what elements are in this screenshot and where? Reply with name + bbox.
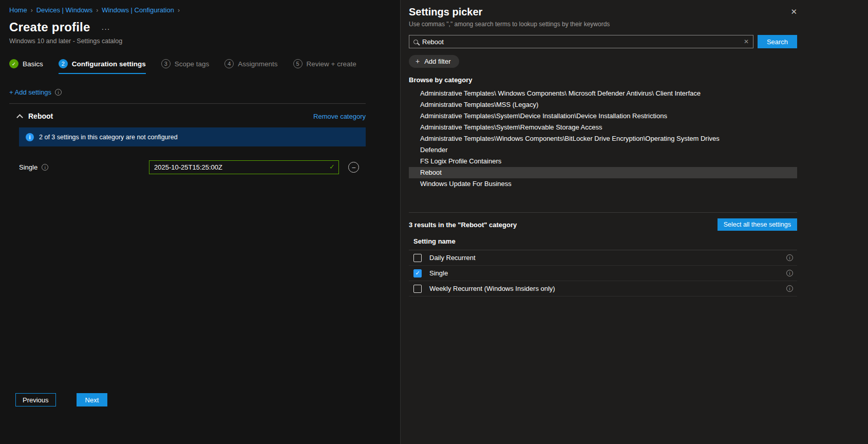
- wizard-steps: ✓ Basics 2 Configuration settings 3 Scop…: [9, 59, 366, 74]
- category-item[interactable]: Administrative Templates\Windows Compone…: [409, 133, 797, 144]
- info-icon: i: [55, 89, 62, 96]
- setting-name: Daily Recurrent: [429, 254, 476, 262]
- clear-search-icon[interactable]: ✕: [744, 38, 749, 45]
- info-icon: i: [26, 133, 34, 141]
- page-title: Create profile: [9, 20, 90, 34]
- setting-label: Single: [19, 163, 37, 171]
- browse-by-category-heading: Browse by category: [409, 76, 797, 84]
- breadcrumb-separator-icon: ›: [178, 7, 180, 14]
- step-number-badge: 3: [161, 59, 171, 68]
- tab-assignments[interactable]: 4 Assignments: [224, 59, 277, 74]
- step-number-badge: 4: [224, 59, 234, 68]
- setting-name-column-header: Setting name: [409, 237, 797, 250]
- step-label: Basics: [23, 60, 43, 68]
- chevron-up-icon[interactable]: [16, 114, 23, 121]
- info-icon: i: [42, 164, 48, 171]
- search-button[interactable]: Search: [758, 35, 797, 48]
- category-title: Reboot: [28, 112, 53, 120]
- setting-row-single: ✓ Single i: [409, 266, 797, 281]
- category-item[interactable]: FS Logix Profile Containers: [409, 156, 797, 167]
- close-icon[interactable]: ✕: [790, 7, 797, 16]
- breadcrumb-windows-configuration[interactable]: Windows | Configuration: [102, 6, 174, 14]
- valid-check-icon: ✓: [329, 163, 335, 171]
- info-banner-text: 2 of 3 settings in this category are not…: [39, 134, 178, 141]
- next-button[interactable]: Next: [77, 393, 108, 406]
- add-filter-label: Add filter: [424, 58, 450, 65]
- category-item[interactable]: Administrative Templates\MSS (Legacy): [409, 99, 797, 110]
- category-item[interactable]: Defender: [409, 144, 797, 156]
- setting-row-weekly-recurrent: Weekly Recurrent (Windows Insiders only)…: [409, 281, 797, 297]
- checkbox-unchecked[interactable]: [413, 285, 422, 293]
- category-item-selected[interactable]: Reboot: [409, 167, 797, 178]
- page-subtitle: Windows 10 and later - Settings catalog: [9, 38, 366, 45]
- step-complete-icon: ✓: [9, 59, 18, 68]
- picker-subtitle: Use commas "," among search terms to loo…: [409, 21, 797, 28]
- select-all-settings-button[interactable]: Select all these settings: [718, 218, 797, 231]
- previous-button[interactable]: Previous: [15, 393, 56, 406]
- add-settings-link[interactable]: + Add settings: [9, 88, 51, 96]
- step-number-badge: 5: [293, 59, 303, 68]
- category-item[interactable]: Administrative Templates\System\Removabl…: [409, 122, 797, 133]
- info-icon[interactable]: i: [786, 254, 793, 261]
- step-label: Assignments: [238, 60, 277, 68]
- breadcrumb-separator-icon: ›: [31, 7, 33, 14]
- step-label: Configuration settings: [72, 60, 146, 68]
- breadcrumb-devices-windows[interactable]: Devices | Windows: [36, 6, 93, 14]
- search-box: ✕: [409, 35, 753, 48]
- remove-setting-icon[interactable]: −: [348, 162, 359, 173]
- category-list: Administrative Templates\ Windows Compon…: [409, 88, 797, 190]
- tab-review-create[interactable]: 5 Review + create: [293, 59, 356, 74]
- single-reboot-datetime-input[interactable]: [149, 160, 339, 174]
- checkbox-checked[interactable]: ✓: [413, 269, 422, 278]
- remove-category-link[interactable]: Remove category: [313, 113, 366, 120]
- setting-row-daily-recurrent: Daily Recurrent i: [409, 250, 797, 266]
- tab-basics[interactable]: ✓ Basics: [9, 59, 43, 74]
- add-filter-button[interactable]: + Add filter: [409, 55, 459, 68]
- tab-configuration-settings[interactable]: 2 Configuration settings: [59, 59, 146, 74]
- breadcrumb-home[interactable]: Home: [9, 6, 27, 14]
- results-divider: [409, 212, 797, 213]
- setting-name: Weekly Recurrent (Windows Insiders only): [429, 285, 555, 292]
- setting-row: Single i ✓ −: [19, 160, 366, 174]
- create-profile-pane: Home › Devices | Windows › Windows | Con…: [0, 0, 400, 444]
- category-item[interactable]: Administrative Templates\ Windows Compon…: [409, 88, 797, 99]
- step-label: Scope tags: [175, 60, 210, 68]
- info-icon[interactable]: i: [786, 270, 793, 276]
- more-actions-icon[interactable]: ···: [102, 25, 110, 33]
- wizard-footer: Previous Next: [15, 393, 107, 406]
- info-banner: i 2 of 3 settings in this category are n…: [19, 127, 366, 146]
- checkbox-unchecked[interactable]: [413, 254, 422, 262]
- step-label: Review + create: [307, 60, 356, 68]
- plus-icon: +: [416, 57, 420, 65]
- search-icon: [413, 40, 418, 44]
- category-item[interactable]: Windows Update For Business: [409, 178, 797, 190]
- picker-title: Settings picker: [409, 6, 797, 18]
- setting-name: Single: [429, 269, 448, 277]
- breadcrumb-separator-icon: ›: [96, 7, 98, 14]
- search-input[interactable]: [422, 38, 740, 46]
- tab-scope-tags[interactable]: 3 Scope tags: [161, 59, 210, 74]
- results-count-text: 3 results in the "Reboot" category: [409, 221, 517, 229]
- info-icon[interactable]: i: [786, 285, 793, 292]
- breadcrumb: Home › Devices | Windows › Windows | Con…: [9, 0, 366, 14]
- category-item[interactable]: Administrative Templates\System\Device I…: [409, 110, 797, 122]
- settings-picker-panel: Settings picker ✕ Use commas "," among s…: [400, 0, 868, 444]
- step-number-badge: 2: [59, 59, 68, 68]
